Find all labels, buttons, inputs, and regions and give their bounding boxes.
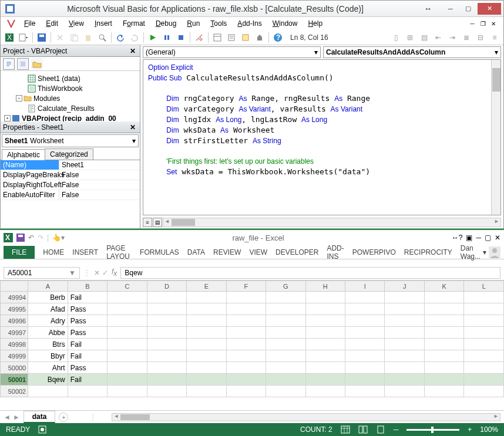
excel-maximize-button[interactable]: ▢ <box>485 234 491 242</box>
cell[interactable]: Afad <box>28 303 68 315</box>
cell[interactable] <box>305 303 345 315</box>
cell[interactable]: Pass <box>68 327 107 339</box>
code-editor[interactable]: Option Explicit Public Sub CalculateResu… <box>143 60 491 215</box>
cell[interactable] <box>464 374 504 386</box>
cell[interactable] <box>187 327 226 339</box>
cancel-button[interactable]: ✕ <box>94 269 100 277</box>
project-tree[interactable]: Sheet1 (data) ThisWorkbook −Modules Calc… <box>1 71 140 121</box>
cell[interactable] <box>187 315 226 327</box>
name-box[interactable]: A50001▼ <box>4 267 80 279</box>
cell[interactable] <box>68 386 107 397</box>
cell[interactable]: Pass <box>68 362 107 374</box>
cell[interactable] <box>385 386 424 397</box>
tree-item-thisworkbook[interactable]: ThisWorkbook <box>38 85 82 93</box>
properties-grid[interactable]: (Name)Sheet1DisplayPageBreaksFalseDispla… <box>1 160 140 228</box>
cell[interactable] <box>147 350 186 362</box>
menu-insert[interactable]: Insert <box>90 18 117 29</box>
cell[interactable] <box>464 292 504 303</box>
cell[interactable] <box>305 339 345 350</box>
cell[interactable] <box>464 315 504 327</box>
property-row[interactable]: DisplayPageBreaksFalse <box>1 170 140 180</box>
select-all-cell[interactable] <box>1 281 28 292</box>
col-header-K[interactable]: K <box>424 281 463 292</box>
col-header-H[interactable]: H <box>305 281 345 292</box>
proc-view-button[interactable]: ≡ <box>143 218 152 227</box>
cell[interactable] <box>266 350 305 362</box>
row-header[interactable]: 49997 <box>1 327 28 339</box>
col-header-E[interactable]: E <box>187 281 226 292</box>
cell[interactable]: Ahrt <box>28 362 68 374</box>
cell[interactable] <box>345 339 384 350</box>
cell[interactable] <box>107 315 147 327</box>
menu-edit[interactable]: Edit <box>41 18 63 29</box>
qat-touch-button[interactable]: 👆▾ <box>52 234 65 242</box>
tb-extra-5[interactable]: ⇥ <box>446 31 459 44</box>
row-header[interactable]: 49994 <box>1 292 28 303</box>
cell[interactable] <box>424 292 463 303</box>
col-header-G[interactable]: G <box>266 281 305 292</box>
menu-debug[interactable]: Debug <box>151 18 181 29</box>
tree-item-modules[interactable]: Modules <box>33 94 60 103</box>
cell[interactable] <box>107 362 147 374</box>
menu-addins[interactable]: Add-Ins <box>233 18 266 29</box>
properties-object-select[interactable]: Sheet1 Worksheet ▾ <box>2 134 139 147</box>
expand-icon[interactable]: + <box>4 115 11 121</box>
row-header[interactable]: 49995 <box>1 303 28 315</box>
cell[interactable] <box>107 386 147 397</box>
tb-extra-1[interactable]: ▯ <box>389 31 402 44</box>
col-header-D[interactable]: D <box>147 281 186 292</box>
view-code-button[interactable] <box>3 58 15 70</box>
tree-item-calculate-results[interactable]: Calculate_Results <box>38 104 95 113</box>
row-header[interactable]: 49998 <box>1 339 28 350</box>
col-header-L[interactable]: L <box>464 281 504 292</box>
cell[interactable] <box>385 315 424 327</box>
cell[interactable] <box>266 374 305 386</box>
cell[interactable] <box>147 315 186 327</box>
col-header-I[interactable]: I <box>345 281 384 292</box>
menu-run[interactable]: Run <box>182 18 204 29</box>
break-button[interactable] <box>160 31 173 44</box>
add-sheet-button[interactable]: + <box>59 413 68 422</box>
tree-item-recip[interactable]: VBAProject (recip_addin_00 <box>22 114 116 122</box>
tab-review[interactable]: REVIEW <box>213 248 241 256</box>
row-header[interactable]: 49999 <box>1 350 28 362</box>
view-excel-button[interactable]: X <box>3 31 16 44</box>
cell[interactable] <box>464 362 504 374</box>
cell[interactable] <box>424 303 463 315</box>
tab-file[interactable]: FILE <box>4 246 35 259</box>
row-header[interactable]: 50000 <box>1 362 28 374</box>
cell[interactable] <box>147 374 186 386</box>
zoom-in-button[interactable]: + <box>468 425 472 434</box>
tab-formulas[interactable]: FORMULAS <box>140 248 179 256</box>
tab-addins[interactable]: ADD-INS <box>327 244 344 261</box>
cell[interactable]: Bqew <box>28 374 68 386</box>
qat-save-button[interactable] <box>16 234 25 242</box>
property-row[interactable]: (Name)Sheet1 <box>1 160 140 170</box>
cut-button[interactable] <box>53 31 66 44</box>
cell[interactable] <box>226 339 266 350</box>
enter-button[interactable]: ✓ <box>102 269 108 277</box>
cell[interactable] <box>107 327 147 339</box>
cell[interactable] <box>147 386 186 397</box>
cell[interactable]: Pass <box>68 315 107 327</box>
qat-redo-button[interactable]: ↷ <box>38 234 43 242</box>
table-row[interactable]: 49998BtrsFail <box>1 339 504 350</box>
cell[interactable] <box>385 362 424 374</box>
cell[interactable] <box>147 362 186 374</box>
cell[interactable] <box>226 374 266 386</box>
cell[interactable]: Fail <box>68 350 107 362</box>
menu-file[interactable]: File <box>19 18 40 29</box>
cell[interactable] <box>28 386 68 397</box>
cell[interactable] <box>385 292 424 303</box>
cell[interactable] <box>305 292 345 303</box>
find-button[interactable] <box>96 31 109 44</box>
col-header-B[interactable]: B <box>68 281 107 292</box>
help-button[interactable]: ? <box>271 31 284 44</box>
cell[interactable] <box>464 350 504 362</box>
col-header-C[interactable]: C <box>107 281 147 292</box>
tab-reciprocity[interactable]: RECIPROCITY <box>404 248 452 256</box>
zoom-slider[interactable] <box>406 429 459 431</box>
cell[interactable] <box>424 362 463 374</box>
cell[interactable] <box>266 386 305 397</box>
cell[interactable] <box>305 315 345 327</box>
